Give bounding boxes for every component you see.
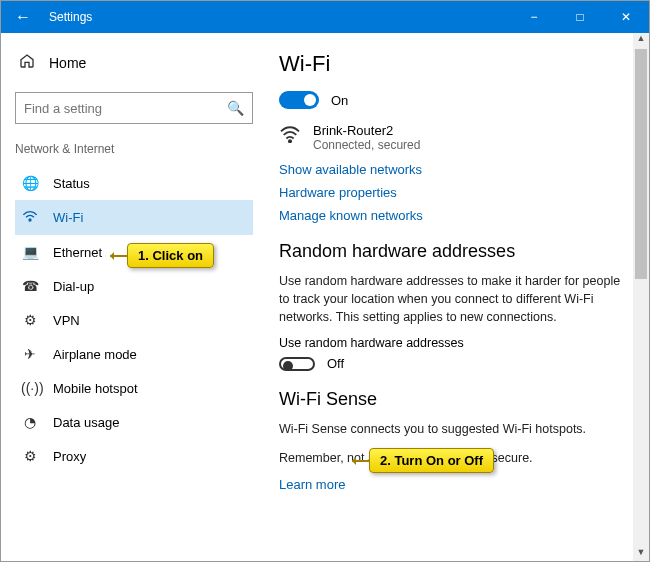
- search-input[interactable]: [24, 101, 227, 116]
- wifi-toggle-label: On: [331, 93, 348, 108]
- close-button[interactable]: ✕: [603, 10, 649, 24]
- maximize-button[interactable]: □: [557, 10, 603, 24]
- random-toggle-label: Use random hardware addresses: [279, 336, 621, 350]
- minimize-button[interactable]: −: [511, 10, 557, 24]
- annotation-2: 2. Turn On or Off: [369, 448, 494, 473]
- back-button[interactable]: ←: [1, 8, 45, 26]
- learn-more-link[interactable]: Learn more: [279, 477, 621, 492]
- sidebar-item-dialup[interactable]: ☎ Dial-up: [15, 269, 253, 303]
- globe-icon: 🌐: [21, 175, 39, 191]
- hardware-properties-link[interactable]: Hardware properties: [279, 185, 621, 200]
- sidebar-item-label: Status: [53, 176, 90, 191]
- network-status: Connected, secured: [313, 138, 420, 152]
- home-icon: [19, 53, 35, 72]
- sidebar-item-wifi[interactable]: Wi-Fi: [15, 200, 253, 235]
- dialup-icon: ☎: [21, 278, 39, 294]
- search-icon: 🔍: [227, 100, 244, 116]
- content-pane: Wi-Fi On Brink-Router2 Connected, secure…: [263, 33, 649, 562]
- manage-networks-link[interactable]: Manage known networks: [279, 208, 621, 223]
- home-button[interactable]: Home: [15, 47, 253, 78]
- sidebar-item-label: Dial-up: [53, 279, 94, 294]
- sidebar-item-status[interactable]: 🌐 Status: [15, 166, 253, 200]
- random-heading: Random hardware addresses: [279, 241, 621, 262]
- svg-point-1: [289, 140, 291, 142]
- sidebar-item-label: Mobile hotspot: [53, 381, 138, 396]
- sidebar-item-hotspot[interactable]: ((·)) Mobile hotspot: [15, 371, 253, 405]
- sense-line1: Wi-Fi Sense connects you to suggested Wi…: [279, 420, 621, 438]
- hotspot-icon: ((·)): [21, 380, 39, 396]
- sense-heading: Wi-Fi Sense: [279, 389, 621, 410]
- random-description: Use random hardware addresses to make it…: [279, 272, 621, 326]
- data-icon: ◔: [21, 414, 39, 430]
- home-label: Home: [49, 55, 86, 71]
- wifi-icon: [21, 209, 39, 226]
- network-name: Brink-Router2: [313, 123, 420, 138]
- sidebar-item-airplane[interactable]: ✈ Airplane mode: [15, 337, 253, 371]
- random-hw-toggle[interactable]: [279, 357, 315, 371]
- sidebar-item-label: Airplane mode: [53, 347, 137, 362]
- sidebar-item-label: VPN: [53, 313, 80, 328]
- section-title: Network & Internet: [15, 142, 253, 156]
- scrollbar[interactable]: ▲ ▼: [633, 33, 649, 562]
- svg-point-0: [29, 219, 31, 221]
- window-title: Settings: [45, 10, 92, 24]
- scroll-up-arrow[interactable]: ▲: [633, 33, 649, 49]
- ethernet-icon: 💻: [21, 244, 39, 260]
- vpn-icon: ⚙: [21, 312, 39, 328]
- sidebar-item-vpn[interactable]: ⚙ VPN: [15, 303, 253, 337]
- wifi-toggle[interactable]: [279, 91, 319, 109]
- current-network[interactable]: Brink-Router2 Connected, secured: [279, 123, 621, 152]
- sidebar-item-label: Ethernet: [53, 245, 102, 260]
- sidebar-item-datausage[interactable]: ◔ Data usage: [15, 405, 253, 439]
- sidebar-item-label: Wi-Fi: [53, 210, 83, 225]
- page-title: Wi-Fi: [279, 51, 621, 77]
- sidebar-item-label: Proxy: [53, 449, 86, 464]
- scroll-down-arrow[interactable]: ▼: [633, 547, 649, 562]
- sidebar: Home 🔍 Network & Internet 🌐 Status Wi-Fi…: [1, 33, 263, 562]
- sidebar-item-label: Data usage: [53, 415, 120, 430]
- airplane-icon: ✈: [21, 346, 39, 362]
- sidebar-item-proxy[interactable]: ⚙ Proxy: [15, 439, 253, 473]
- annotation-1: 1. Click on: [127, 243, 214, 268]
- scroll-thumb[interactable]: [635, 49, 647, 279]
- titlebar: ← Settings − □ ✕: [1, 1, 649, 33]
- proxy-icon: ⚙: [21, 448, 39, 464]
- random-hw-toggle-state: Off: [327, 356, 344, 371]
- search-box[interactable]: 🔍: [15, 92, 253, 124]
- show-networks-link[interactable]: Show available networks: [279, 162, 621, 177]
- wifi-signal-icon: [279, 125, 301, 148]
